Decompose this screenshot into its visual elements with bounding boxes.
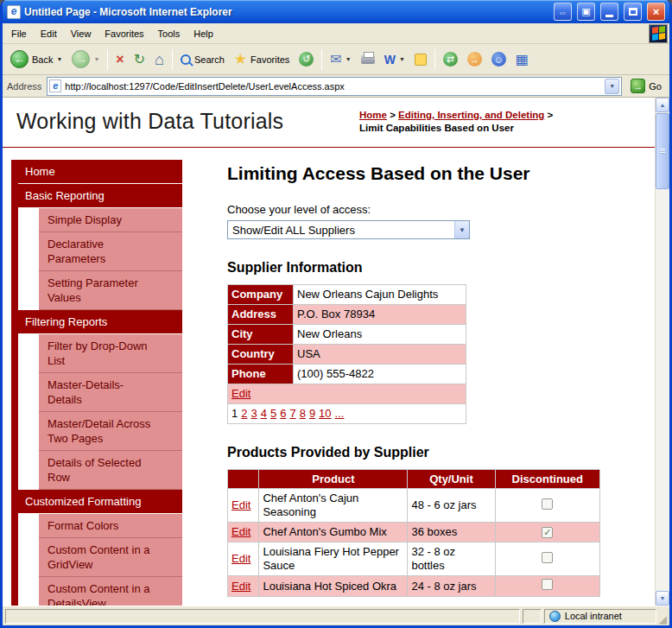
sidebar-item-custom-content-in-a-detailsview[interactable]: Custom Content in a DetailsView xyxy=(39,577,182,606)
discuss-button[interactable] xyxy=(410,47,431,73)
breadcrumb-link-home[interactable]: Home xyxy=(359,110,387,120)
mail-button[interactable]: ✉ ▼ xyxy=(326,47,355,73)
status-zone-text: Local intranet xyxy=(565,611,622,621)
supplier-field-label: Country xyxy=(228,345,294,365)
pager-link-2[interactable]: 2 xyxy=(241,407,247,420)
menu-item-favorites[interactable]: Favorites xyxy=(98,25,150,42)
products-header-qty-unit: Qty/Unit xyxy=(408,470,495,489)
address-field[interactable]: e ▼ xyxy=(47,77,622,96)
favorites-button[interactable]: ★ Favorites xyxy=(230,47,295,73)
sidebar-item-format-colors[interactable]: Format Colors xyxy=(39,514,182,538)
edit-button[interactable]: W ▼ xyxy=(380,47,409,73)
product-name: Chef Anton's Cajun Seasoning xyxy=(259,489,408,523)
scroll-up-button[interactable]: ▲ xyxy=(656,98,669,112)
sidebar-item-home[interactable]: Home xyxy=(18,160,182,184)
pager-link-5[interactable]: 5 xyxy=(270,407,276,420)
access-level-select[interactable]: Show/Edit ALL Suppliers ▼ xyxy=(227,220,470,239)
supplier-details-table: CompanyNew Orleans Cajun DelightsAddress… xyxy=(227,284,466,424)
address-input[interactable] xyxy=(65,81,601,92)
product-edit-link[interactable]: Edit xyxy=(231,525,250,538)
product-name: Louisiana Hot Spiced Okra xyxy=(259,576,408,597)
menu-item-edit[interactable]: Edit xyxy=(34,25,64,42)
breadcrumb-links: Home > Editing, Inserting, and Deleting … xyxy=(359,109,644,122)
history-button[interactable]: ↺ xyxy=(295,47,318,73)
status-bar: Local intranet ◢ xyxy=(3,606,669,625)
scroll-down-button[interactable]: ▼ xyxy=(656,591,669,606)
home-button[interactable]: ⌂ xyxy=(150,47,168,73)
pager-link-more[interactable]: ... xyxy=(335,407,345,420)
title-bar[interactable]: e Untitled Page - Microsoft Internet Exp… xyxy=(3,0,669,23)
refresh-button[interactable]: ↻ xyxy=(130,47,149,73)
scrollbar-thumb[interactable] xyxy=(656,113,669,189)
discontinued-checkbox[interactable] xyxy=(542,552,553,563)
product-edit-link[interactable]: Edit xyxy=(231,580,250,593)
pager-link-7[interactable]: 7 xyxy=(289,407,295,420)
pager-link-6[interactable]: 6 xyxy=(280,407,286,420)
sidebar-item-customized-formatting[interactable]: Customized Formatting xyxy=(18,490,182,514)
sidebar-item-simple-display[interactable]: Simple Display xyxy=(39,208,182,232)
panel-button[interactable]: ▣ xyxy=(577,3,595,21)
sidebar-item-details-of-selected-row[interactable]: Details of Selected Row xyxy=(39,451,182,490)
menu-item-help[interactable]: Help xyxy=(187,25,220,42)
address-dropdown-button[interactable]: ▼ xyxy=(605,79,619,94)
discontinued-checkbox[interactable]: ✓ xyxy=(542,527,553,538)
close-button[interactable]: × xyxy=(647,3,665,21)
back-icon: ← xyxy=(10,50,29,68)
sidebar-item-declarative-parameters[interactable]: Declarative Parameters xyxy=(39,232,182,271)
go-button[interactable]: → Go xyxy=(627,76,665,97)
stop-button[interactable]: × xyxy=(111,47,128,73)
print-button[interactable] xyxy=(357,47,379,73)
minimize-button[interactable] xyxy=(600,3,618,21)
select-dropdown-icon: ▼ xyxy=(454,221,469,238)
menu-item-tools[interactable]: Tools xyxy=(151,25,187,42)
sidebar-accent-strip xyxy=(11,160,18,606)
page-header: Working with Data Tutorials Home > Editi… xyxy=(3,98,655,148)
pan-button[interactable]: ⇔ xyxy=(554,3,572,21)
discontinued-checkbox[interactable] xyxy=(542,579,553,590)
research-button[interactable]: → xyxy=(463,47,486,73)
address-bar: Address e ▼ → Go xyxy=(3,75,669,98)
pager-link-10[interactable]: 10 xyxy=(319,407,331,420)
product-edit-link[interactable]: Edit xyxy=(231,552,250,565)
sidebar-item-filter-by-drop-down-list[interactable]: Filter by Drop-Down List xyxy=(39,334,182,373)
pager-link-9[interactable]: 9 xyxy=(309,407,315,420)
sidebar-item-setting-parameter-values[interactable]: Setting Parameter Values xyxy=(39,271,182,310)
go-icon: → xyxy=(631,79,645,93)
sidebar-item-master-details-details[interactable]: Master-Details-Details xyxy=(39,373,182,412)
products-header-discontinued: Discontinued xyxy=(495,470,599,489)
products-header-edit xyxy=(228,470,259,489)
pager-link-4[interactable]: 4 xyxy=(261,407,267,420)
status-pane-main xyxy=(5,609,520,624)
sidebar-item-master-detail-across-two-pages[interactable]: Master/Detail Across Two Pages xyxy=(39,412,182,451)
forward-button[interactable]: → ▼ xyxy=(67,47,104,73)
discuss-icon xyxy=(415,54,427,66)
local-intranet-icon xyxy=(549,611,561,622)
pager-link-3[interactable]: 3 xyxy=(250,407,257,420)
sidebar-item-custom-content-in-a-gridview[interactable]: Custom Content in a GridView xyxy=(39,538,182,577)
vertical-scrollbar[interactable]: ▲ ▼ xyxy=(655,98,669,606)
messenger-button[interactable]: ☺ xyxy=(487,47,510,73)
menu-item-file[interactable]: File xyxy=(4,25,34,42)
mail-dropdown-icon: ▼ xyxy=(346,56,352,62)
sidebar-item-basic-reporting[interactable]: Basic Reporting xyxy=(18,184,182,208)
sync-button[interactable]: ⇄ xyxy=(439,47,462,73)
maximize-button[interactable] xyxy=(624,3,642,21)
resize-grip[interactable]: ◢ xyxy=(659,615,667,624)
product-row: EditChef Anton's Gumbo Mix36 boxes✓ xyxy=(228,523,600,542)
breadcrumb-link-editing-inserting-and-deleting[interactable]: Editing, Inserting, and Deleting xyxy=(398,110,544,120)
menu-item-view[interactable]: View xyxy=(64,25,98,42)
supplier-row: CompanyNew Orleans Cajun Delights xyxy=(228,285,466,305)
web-page: Working with Data Tutorials Home > Editi… xyxy=(3,98,655,606)
sidebar-item-filtering-reports[interactable]: Filtering Reports xyxy=(18,310,182,334)
back-label: Back xyxy=(32,54,53,65)
supplier-section-heading: Supplier Information xyxy=(227,260,641,276)
discontinued-checkbox[interactable] xyxy=(542,498,553,510)
supplier-edit-link[interactable]: Edit xyxy=(231,387,250,400)
search-button[interactable]: Search xyxy=(176,47,229,73)
edit-word-icon: W xyxy=(384,53,396,67)
back-button[interactable]: ← Back ▼ xyxy=(6,47,67,73)
pager-link-8[interactable]: 8 xyxy=(300,407,306,420)
links-grid-button[interactable]: ▦ xyxy=(511,47,533,73)
toolbar-separator xyxy=(321,49,322,70)
product-edit-link[interactable]: Edit xyxy=(231,498,250,511)
